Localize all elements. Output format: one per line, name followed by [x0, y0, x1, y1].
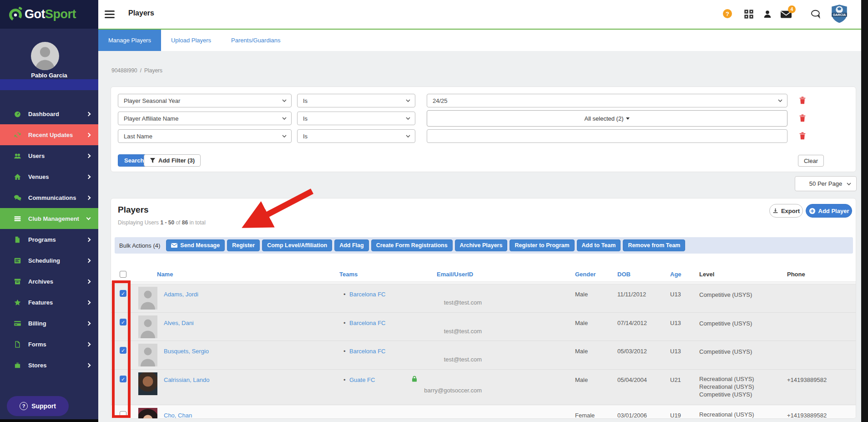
player-name-link[interactable]: Calrissian, Lando — [164, 376, 209, 383]
filter-field-select[interactable]: Last Name — [118, 129, 292, 143]
archive-players-button[interactable]: Archive Players — [455, 239, 508, 251]
team-link[interactable]: Barcelona FC — [349, 320, 385, 326]
filter-value-multiselect[interactable]: All selected (2) — [427, 110, 787, 127]
create-form-registrations-button[interactable]: Create Form Registrations — [371, 239, 453, 251]
sidebar-item-scheduling[interactable]: Scheduling — [0, 250, 98, 271]
send-message-button[interactable]: Send Message — [166, 239, 225, 251]
chevron-right-icon — [86, 174, 91, 179]
sidebar-item-stores[interactable]: Stores — [0, 355, 98, 376]
sidebar-item-label: Dashboard — [28, 111, 87, 117]
user-name: Pablo Garcia — [0, 72, 98, 79]
bulk-actions-bar: Bulk Actions (4) Send MessageRegisterCom… — [115, 237, 853, 254]
breadcrumb-org-id: 90488I990 — [111, 67, 137, 74]
sidebar-item-dashboard[interactable]: Dashboard — [0, 103, 98, 124]
sidebar-item-recent-updates[interactable]: Recent Updates — [0, 124, 98, 145]
column-header-dob[interactable]: DOB — [617, 271, 631, 278]
column-header-age[interactable]: Age — [670, 271, 681, 278]
row-checkbox[interactable]: ✓ — [120, 376, 126, 382]
export-button[interactable]: Export — [769, 204, 803, 218]
grid-icon[interactable] — [744, 9, 754, 19]
player-name-link[interactable]: Adams, Jordi — [164, 291, 198, 298]
tab-parents-guardians[interactable]: Parents/Guardians — [221, 30, 290, 51]
team-bullet: • — [343, 348, 346, 355]
chevron-down-icon — [282, 99, 287, 102]
sidebar-item-archives[interactable]: Archives — [0, 271, 98, 292]
svg-text:GARCIA: GARCIA — [833, 13, 846, 17]
row-checkbox[interactable]: ✓ — [120, 290, 126, 297]
player-email: barry@gotsoccer.com — [384, 387, 482, 394]
add-to-team-button[interactable]: Add to Team — [577, 239, 621, 251]
sidebar-item-users[interactable]: Users — [0, 145, 98, 166]
per-page-select[interactable]: 50 Per Page — [795, 176, 857, 191]
player-gender: Male — [575, 376, 588, 383]
breadcrumb: 90488I990/Players — [111, 67, 165, 74]
trash-icon[interactable] — [799, 114, 806, 122]
column-header-email-userid[interactable]: Email/UserID — [437, 271, 473, 278]
sidebar-item-billing[interactable]: Billing — [0, 313, 98, 334]
divider — [111, 282, 856, 282]
chevron-down-icon — [282, 135, 287, 138]
column-header-name[interactable]: Name — [157, 271, 173, 278]
calendar-icon — [14, 257, 21, 264]
comp-level-affiliation-button[interactable]: Comp Level/Affiliation — [262, 239, 332, 251]
support-button[interactable]: ? Support — [7, 396, 69, 416]
filter-operator-select[interactable]: Is — [297, 94, 415, 107]
user-icon[interactable] — [763, 9, 772, 19]
trash-icon[interactable] — [799, 132, 806, 140]
brand-logo[interactable]: GotSport — [0, 0, 98, 29]
player-name-link[interactable]: Cho, Chan — [164, 412, 192, 419]
row-checkbox[interactable]: ✓ — [120, 347, 126, 354]
team-link[interactable]: Barcelona FC — [349, 291, 385, 298]
add-filter-button[interactable]: Add Filter (3) — [144, 154, 201, 167]
sidebar-item-programs[interactable]: Programs — [0, 229, 98, 250]
player-email: test@test.com — [384, 356, 482, 363]
sidebar-item-club-management[interactable]: Club Management — [0, 208, 98, 229]
player-name-link[interactable]: Busquets, Sergio — [164, 348, 209, 355]
team-bullet: • — [343, 376, 346, 383]
sidebar-item-label: Forms — [28, 341, 87, 348]
sidebar-item-features[interactable]: Features — [0, 292, 98, 313]
sidebar-item-communications[interactable]: Communications — [0, 187, 98, 208]
column-header-phone: Phone — [787, 271, 805, 278]
register-button[interactable]: Register — [227, 239, 260, 251]
player-avatar — [138, 408, 157, 419]
sidebar-item-forms[interactable]: Forms — [0, 334, 98, 355]
filter-field-select[interactable]: Player Seasonal Year — [118, 94, 292, 107]
screen-edge — [861, 0, 868, 422]
player-name-link[interactable]: Alves, Dani — [164, 320, 194, 326]
add-flag-button[interactable]: Add Flag — [334, 239, 368, 251]
chat-icon[interactable] — [811, 9, 821, 19]
sidebar-item-label: Programs — [28, 236, 87, 243]
sidebar-item-label: Users — [28, 153, 87, 159]
filter-value-input[interactable] — [427, 129, 787, 143]
add-player-button[interactable]: Add Player — [806, 204, 852, 218]
filter-value-select[interactable]: 24/25 — [427, 94, 787, 107]
sidebar-item-label: Features — [28, 299, 87, 306]
menu-icon[interactable] — [105, 10, 116, 20]
select-all-checkbox[interactable] — [120, 271, 126, 278]
tab-upload-players[interactable]: Upload Players — [161, 30, 221, 51]
filter-field-select[interactable]: Player Affiliate Name — [118, 112, 292, 125]
row-checkbox[interactable]: ✓ — [120, 319, 126, 325]
trash-icon[interactable] — [799, 96, 806, 104]
team-link[interactable]: Guate FC — [349, 376, 375, 383]
filter-operator-select[interactable]: Is — [297, 112, 415, 125]
clear-button[interactable]: Clear — [798, 155, 824, 167]
crest-icon[interactable]: GARCIA — [831, 4, 848, 24]
player-email: test@test.com — [384, 299, 482, 306]
remove-from-team-button[interactable]: Remove from Team — [623, 239, 685, 251]
player-gender: Male — [575, 320, 588, 326]
team-link[interactable]: Barcelona FC — [349, 348, 385, 355]
column-header-gender[interactable]: Gender — [575, 271, 596, 278]
register-to-program-button[interactable]: Register to Program — [510, 239, 574, 251]
help-icon[interactable]: ? — [723, 9, 732, 18]
tab-manage-players[interactable]: Manage Players — [98, 30, 161, 51]
caret-down-icon — [626, 117, 630, 120]
filter-operator-select[interactable]: Is — [297, 129, 415, 143]
app-window: GotSport Pablo Garcia DashboardRecent Up… — [0, 0, 868, 422]
row-checkbox[interactable] — [120, 411, 126, 418]
sidebar-item-label: Scheduling — [28, 257, 87, 264]
sidebar-item-venues[interactable]: Venues — [0, 166, 98, 187]
table-row: ✓Calrissian, Lando•Guate FCbarry@gotsocc… — [111, 369, 856, 405]
column-header-teams[interactable]: Teams — [339, 271, 358, 278]
